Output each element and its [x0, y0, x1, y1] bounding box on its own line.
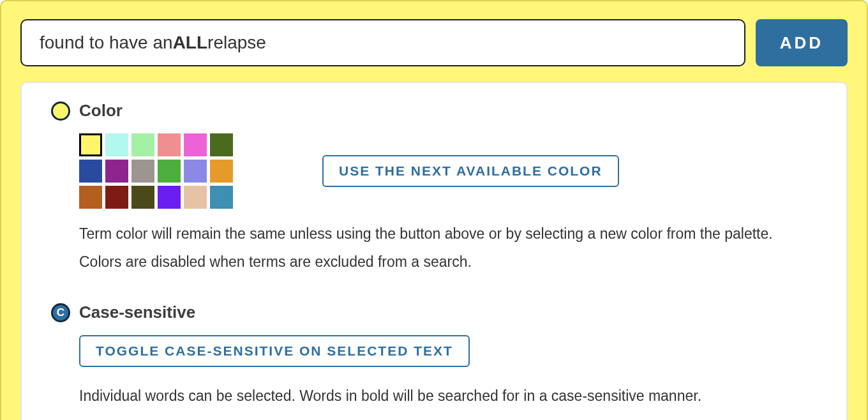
color-swatch[interactable]	[210, 160, 233, 183]
add-button[interactable]: ADD	[756, 19, 848, 66]
color-swatch[interactable]	[158, 160, 181, 183]
color-swatch[interactable]	[79, 160, 102, 183]
color-swatch[interactable]	[131, 186, 154, 209]
case-sensitive-title: Case-sensitive	[79, 303, 195, 322]
term-text-pre: found to have an	[40, 33, 173, 53]
color-section-title: Color	[79, 101, 123, 121]
color-swatch[interactable]	[158, 186, 181, 209]
color-swatch[interactable]	[210, 186, 233, 209]
color-swatch[interactable]	[184, 186, 207, 209]
top-row: found to have an ALL relapse ADD	[20, 19, 848, 66]
case-sensitive-section: C Case-sensitive TOGGLE CASE-SENSITIVE O…	[51, 303, 817, 410]
color-swatch[interactable]	[184, 160, 207, 183]
term-text-input[interactable]: found to have an ALL relapse	[20, 19, 745, 66]
color-description: Term color will remain the same unless u…	[79, 220, 817, 276]
term-editor-frame: found to have an ALL relapse ADD Color U…	[0, 0, 868, 420]
color-swatch[interactable]	[210, 133, 233, 156]
color-row: USE THE NEXT AVAILABLE COLOR	[79, 133, 817, 209]
color-ring-icon	[51, 101, 70, 121]
color-swatch[interactable]	[105, 133, 128, 156]
toggle-case-button[interactable]: TOGGLE CASE-SENSITIVE ON SELECTED TEXT	[79, 335, 470, 367]
case-sensitive-body: TOGGLE CASE-SENSITIVE ON SELECTED TEXT I…	[51, 335, 817, 410]
color-swatch[interactable]	[105, 160, 128, 183]
color-swatch[interactable]	[79, 186, 102, 209]
color-swatch[interactable]	[184, 133, 207, 156]
color-swatch[interactable]	[131, 160, 154, 183]
term-text-post: relapse	[207, 33, 266, 53]
color-section-header: Color	[51, 101, 817, 121]
color-swatch[interactable]	[79, 133, 102, 156]
color-swatch[interactable]	[158, 133, 181, 156]
color-palette	[79, 133, 233, 209]
color-section-body: USE THE NEXT AVAILABLE COLOR Term color …	[51, 133, 817, 276]
case-sensitive-description: Individual words can be selected. Words …	[79, 382, 817, 410]
term-text-bold: ALL	[173, 33, 207, 53]
options-panel: Color USE THE NEXT AVAILABLE COLOR Term …	[20, 82, 848, 420]
case-sensitive-icon: C	[51, 303, 70, 322]
color-section: Color USE THE NEXT AVAILABLE COLOR Term …	[51, 101, 817, 276]
next-color-button[interactable]: USE THE NEXT AVAILABLE COLOR	[322, 155, 619, 187]
case-sensitive-header: C Case-sensitive	[51, 303, 817, 322]
color-swatch[interactable]	[131, 133, 154, 156]
color-swatch[interactable]	[105, 186, 128, 209]
